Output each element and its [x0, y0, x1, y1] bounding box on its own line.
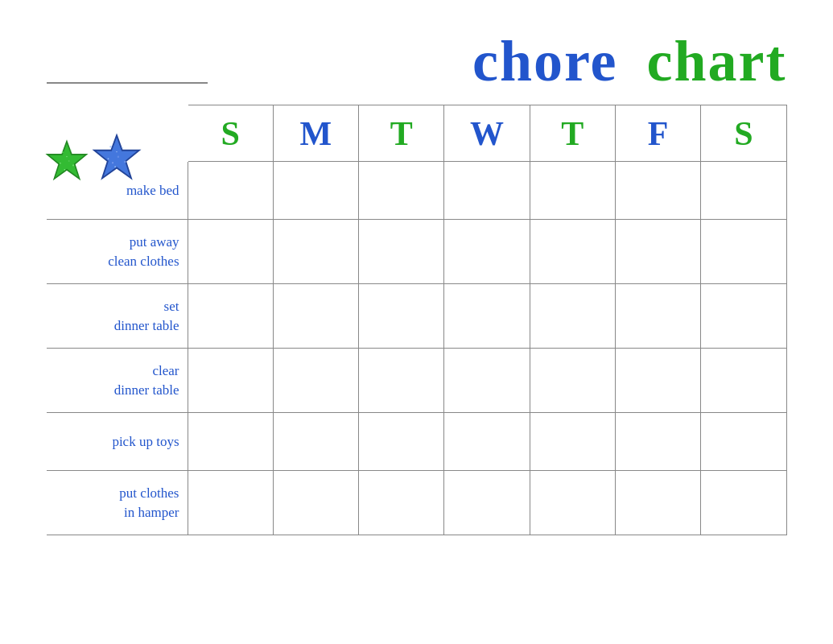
- name-line: [47, 82, 208, 84]
- chart-wrapper: S M T W T F S make bedput awayclean clot…: [47, 105, 787, 535]
- days-header-row: S M T W T F S: [47, 105, 786, 162]
- svg-marker-0: [47, 142, 86, 179]
- svg-point-4: [60, 163, 61, 164]
- day-cell-3-0[interactable]: [188, 349, 273, 413]
- svg-point-16: [112, 162, 113, 163]
- page-title: chore chart: [472, 32, 787, 90]
- svg-point-15: [116, 151, 117, 152]
- svg-point-6: [64, 169, 65, 171]
- day-cell-4-6[interactable]: [701, 413, 786, 471]
- day-cell-2-3[interactable]: [444, 284, 530, 349]
- blue-star-icon: [92, 133, 142, 183]
- svg-point-9: [109, 146, 111, 147]
- day-cell-4-2[interactable]: [359, 413, 444, 471]
- svg-point-10: [122, 147, 123, 149]
- svg-point-11: [117, 156, 118, 158]
- day-cell-1-0[interactable]: [188, 220, 273, 284]
- day-cell-1-4[interactable]: [530, 220, 615, 284]
- stars-area: [45, 133, 142, 183]
- day-cell-0-5[interactable]: [615, 162, 700, 220]
- day-cell-1-1[interactable]: [273, 220, 358, 284]
- title-chart: chart: [647, 32, 787, 90]
- day-cell-5-2[interactable]: [359, 471, 444, 535]
- day-cell-2-6[interactable]: [701, 284, 786, 349]
- svg-point-5: [72, 164, 74, 166]
- day-cell-2-5[interactable]: [615, 284, 700, 349]
- svg-point-12: [107, 158, 109, 159]
- day-cell-0-6[interactable]: [701, 162, 786, 220]
- chore-label-4: pick up toys: [47, 413, 188, 471]
- chore-row: pick up toys: [47, 413, 786, 471]
- svg-point-7: [66, 156, 67, 157]
- day-cell-3-1[interactable]: [273, 349, 358, 413]
- day-cell-3-6[interactable]: [701, 349, 786, 413]
- day-cell-4-5[interactable]: [615, 413, 700, 471]
- day-cell-4-4[interactable]: [530, 413, 615, 471]
- chore-row: make bed: [47, 162, 786, 220]
- day-header-monday: M: [273, 105, 358, 162]
- day-cell-5-0[interactable]: [188, 471, 273, 535]
- day-cell-3-5[interactable]: [615, 349, 700, 413]
- day-cell-3-2[interactable]: [359, 349, 444, 413]
- day-header-saturday: S: [701, 105, 786, 162]
- day-cell-5-6[interactable]: [701, 471, 786, 535]
- day-cell-3-4[interactable]: [530, 349, 615, 413]
- chore-label-5: put clothesin hamper: [47, 471, 188, 535]
- day-cell-1-3[interactable]: [444, 220, 530, 284]
- svg-point-1: [61, 151, 63, 153]
- day-cell-0-0[interactable]: [188, 162, 273, 220]
- green-star-icon: [45, 139, 89, 183]
- day-cell-3-3[interactable]: [444, 349, 530, 413]
- svg-point-2: [70, 150, 72, 151]
- day-cell-1-5[interactable]: [615, 220, 700, 284]
- page: chore chart: [23, 16, 811, 628]
- day-cell-5-3[interactable]: [444, 471, 530, 535]
- day-cell-4-3[interactable]: [444, 413, 530, 471]
- day-header-sunday: S: [188, 105, 273, 162]
- day-cell-5-1[interactable]: [273, 471, 358, 535]
- day-cell-0-3[interactable]: [444, 162, 530, 220]
- day-cell-4-0[interactable]: [188, 413, 273, 471]
- svg-marker-8: [94, 135, 139, 178]
- day-cell-5-5[interactable]: [615, 471, 700, 535]
- chore-table: S M T W T F S make bedput awayclean clot…: [47, 105, 787, 535]
- chore-label-3: cleardinner table: [47, 349, 188, 413]
- svg-point-14: [114, 166, 116, 167]
- day-header-tuesday: T: [359, 105, 444, 162]
- day-header-thursday: T: [530, 105, 615, 162]
- svg-point-13: [124, 161, 126, 163]
- day-header-friday: F: [615, 105, 700, 162]
- header: chore chart: [47, 32, 787, 90]
- chore-label-1: put awayclean clothes: [47, 220, 188, 284]
- svg-point-3: [68, 160, 69, 162]
- day-cell-1-2[interactable]: [359, 220, 444, 284]
- chore-row: put awayclean clothes: [47, 220, 786, 284]
- chore-label-2: setdinner table: [47, 284, 188, 349]
- day-cell-0-2[interactable]: [359, 162, 444, 220]
- day-header-wednesday: W: [444, 105, 530, 162]
- day-cell-2-0[interactable]: [188, 284, 273, 349]
- day-cell-5-4[interactable]: [530, 471, 615, 535]
- title-chore: chore: [472, 32, 618, 90]
- day-cell-0-4[interactable]: [530, 162, 615, 220]
- day-cell-1-6[interactable]: [701, 220, 786, 284]
- day-cell-2-2[interactable]: [359, 284, 444, 349]
- chore-row: put clothesin hamper: [47, 471, 786, 535]
- day-cell-2-1[interactable]: [273, 284, 358, 349]
- day-cell-2-4[interactable]: [530, 284, 615, 349]
- day-cell-4-1[interactable]: [273, 413, 358, 471]
- chore-row: cleardinner table: [47, 349, 786, 413]
- chore-row: setdinner table: [47, 284, 786, 349]
- day-cell-0-1[interactable]: [273, 162, 358, 220]
